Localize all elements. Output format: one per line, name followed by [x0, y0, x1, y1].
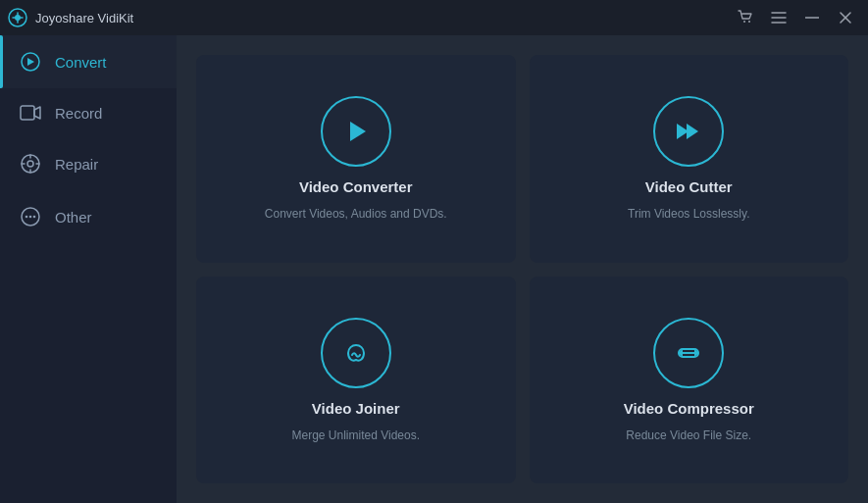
- video-joiner-title: Video Joiner: [312, 400, 400, 417]
- video-joiner-desc: Merge Unlimited Videos.: [291, 428, 420, 442]
- svg-point-1: [15, 15, 21, 21]
- record-icon: [20, 104, 41, 122]
- main-area: Convert Record Repair: [0, 35, 868, 503]
- video-cutter-title: Video Cutter: [645, 178, 733, 195]
- video-compressor-title: Video Compressor: [624, 400, 754, 417]
- video-converter-card[interactable]: Video Converter Convert Videos, Audios a…: [196, 55, 516, 263]
- svg-point-16: [29, 216, 32, 219]
- svg-point-15: [26, 216, 28, 219]
- video-compressor-desc: Reduce Video File Size.: [626, 428, 751, 442]
- video-cutter-icon: [653, 96, 724, 167]
- content-grid: Video Converter Convert Videos, Audios a…: [177, 35, 868, 503]
- video-converter-icon: [321, 96, 391, 167]
- app-title: Joyoshare VidiKit: [35, 11, 133, 25]
- svg-point-3: [748, 21, 750, 23]
- title-bar-left: Joyoshare VidiKit: [8, 8, 133, 27]
- svg-marker-18: [350, 122, 366, 141]
- close-button[interactable]: [831, 6, 860, 29]
- repair-icon: [20, 153, 41, 175]
- sidebar-item-repair[interactable]: Repair: [0, 137, 177, 190]
- video-converter-desc: Convert Videos, Audios and DVDs.: [265, 207, 447, 221]
- video-compressor-icon: [653, 318, 724, 388]
- menu-button[interactable]: [764, 6, 793, 29]
- svg-point-13: [27, 161, 33, 167]
- video-cutter-card[interactable]: Video Cutter Trim Videos Losslessly.: [530, 55, 849, 263]
- video-compressor-card[interactable]: Video Compressor Reduce Video File Size.: [530, 277, 849, 484]
- record-label: Record: [55, 105, 102, 122]
- video-converter-title: Video Converter: [299, 178, 413, 195]
- svg-marker-20: [687, 124, 698, 139]
- convert-label: Convert: [55, 54, 107, 71]
- video-joiner-icon: [321, 318, 391, 388]
- sidebar-item-other[interactable]: Other: [0, 190, 177, 243]
- title-bar-controls: [731, 6, 860, 29]
- other-label: Other: [55, 209, 92, 226]
- svg-point-17: [33, 216, 36, 219]
- sidebar-item-record[interactable]: Record: [0, 88, 177, 137]
- minimize-button[interactable]: [797, 6, 827, 29]
- video-cutter-desc: Trim Videos Losslessly.: [628, 207, 749, 221]
- other-icon: [20, 206, 41, 227]
- title-bar: Joyoshare VidiKit: [0, 0, 868, 35]
- sidebar: Convert Record Repair: [0, 35, 177, 503]
- svg-point-2: [743, 21, 745, 23]
- cart-button[interactable]: [731, 6, 760, 29]
- app-logo-icon: [8, 8, 27, 27]
- video-joiner-card[interactable]: Video Joiner Merge Unlimited Videos.: [196, 277, 516, 484]
- sidebar-item-convert[interactable]: Convert: [0, 35, 177, 88]
- convert-icon: [20, 51, 41, 73]
- repair-label: Repair: [55, 156, 98, 173]
- svg-rect-11: [21, 106, 34, 120]
